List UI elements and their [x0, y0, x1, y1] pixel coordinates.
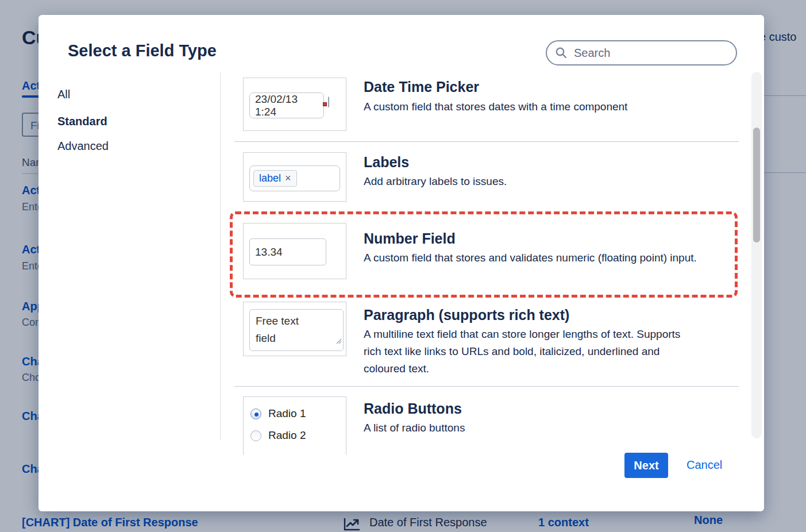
scrollbar-track[interactable] — [751, 72, 762, 438]
scrollbar-thumb[interactable] — [753, 128, 760, 242]
number-sample-input: 13.34 — [249, 238, 326, 265]
field-type-description: Add arbitrary labels to issues. — [364, 173, 507, 190]
cancel-button[interactable]: Cancel — [687, 458, 722, 472]
date-time-sample-input: 23/02/13 1:24 — [249, 92, 324, 118]
radio-preview: Radio 1 Radio 2 — [243, 396, 346, 455]
field-type-title: Date Time Picker — [364, 79, 479, 95]
field-type-list: 23/02/13 1:24 Date Time Picker A custom … — [233, 71, 750, 455]
resize-handle-icon — [336, 332, 342, 349]
field-type-title: Radio Buttons — [364, 400, 462, 417]
paragraph-sample-textarea: Free text field — [249, 309, 344, 351]
dialog-title: Select a Field Type — [68, 41, 217, 60]
remove-tag-icon: × — [285, 172, 291, 184]
date-time-preview: 23/02/13 1:24 — [243, 78, 346, 131]
select-field-type-dialog: Select a Field Type All Standard Advance… — [38, 15, 764, 511]
list-divider — [234, 386, 739, 387]
search-box[interactable] — [546, 40, 737, 65]
field-type-title: Paragraph (supports rich text) — [364, 307, 569, 323]
field-type-description: A custom field that stores dates with a … — [364, 98, 627, 115]
labels-sample-input: label × — [249, 165, 340, 191]
radio-option-unselected: Radio 2 — [250, 429, 306, 442]
list-divider — [234, 141, 739, 142]
radio-selected-icon — [250, 408, 261, 419]
radio-unselected-icon — [250, 430, 261, 441]
radio-option-selected: Radio 1 — [250, 407, 306, 420]
category-standard[interactable]: Standard — [57, 115, 107, 128]
nav-divider — [220, 72, 221, 440]
search-icon — [555, 47, 568, 59]
labels-preview: label × — [243, 152, 346, 202]
field-type-title: Labels — [364, 154, 409, 171]
field-type-title: Number Field — [364, 230, 456, 247]
field-type-description: A list of radio buttons — [364, 419, 465, 437]
category-all[interactable]: All — [57, 88, 70, 101]
category-advanced[interactable]: Advanced — [57, 140, 109, 153]
next-button[interactable]: Next — [624, 453, 668, 478]
field-type-description: A custom field that stores and validates… — [364, 249, 731, 267]
search-input[interactable] — [573, 46, 728, 60]
paragraph-preview: Free text field — [243, 302, 346, 356]
calendar-icon — [328, 97, 329, 107]
label-tag: label × — [253, 170, 297, 187]
field-type-description: A multiline text field that can store lo… — [364, 326, 700, 377]
number-preview: 13.34 — [243, 223, 346, 279]
